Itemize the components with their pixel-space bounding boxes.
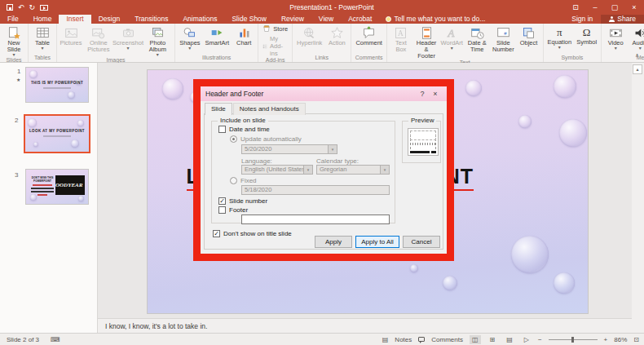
close-icon[interactable]: × bbox=[624, 0, 644, 15]
slide-thumbnail-3[interactable]: DON'T MISS THIS POWERPOINT OODYEAR bbox=[25, 169, 89, 205]
tab-review[interactable]: Review bbox=[274, 15, 311, 24]
start-slideshow-icon[interactable] bbox=[40, 5, 48, 11]
dialog-help-icon[interactable]: ? bbox=[416, 90, 429, 98]
thumbnail-2-subtitle bbox=[43, 135, 71, 137]
zoom-percentage[interactable]: 86% bbox=[614, 336, 627, 343]
audio-button[interactable]: Audio bbox=[628, 24, 644, 55]
ribbon-group-add-ins: Store My Add-ins Add-ins bbox=[258, 24, 293, 62]
pictures-button: Pictures bbox=[59, 24, 83, 57]
slideshow-view-icon[interactable]: ▷ bbox=[522, 335, 532, 344]
notes-text: I know, I know, it's a lot to take in. bbox=[105, 322, 207, 330]
save-icon[interactable] bbox=[7, 4, 13, 11]
zoom-in-icon[interactable]: + bbox=[604, 336, 608, 343]
footer-checkbox[interactable] bbox=[218, 206, 226, 214]
tab-transitions[interactable]: Transitions bbox=[127, 15, 175, 24]
fit-to-window-icon[interactable]: ⊡ bbox=[633, 336, 639, 343]
text-box-icon: A bbox=[394, 26, 408, 40]
tab-acrobat[interactable]: Acrobat bbox=[341, 15, 379, 24]
minimize-icon[interactable]: – bbox=[585, 0, 605, 15]
slide-thumbnail-1[interactable]: THIS IS MY POWERPOINT bbox=[25, 67, 89, 103]
keyboard-language-icon[interactable]: ⌨ bbox=[51, 336, 60, 343]
titlebar: ↶ ↻ Presentation1 - PowerPoint ⊡ – ▢ × bbox=[0, 0, 644, 15]
tab-file[interactable]: File bbox=[0, 15, 26, 24]
date-dropdown: 5/20/2020 ▾ bbox=[241, 144, 337, 154]
shapes-button[interactable]: Shapes bbox=[177, 24, 202, 55]
zoom-slider-handle[interactable] bbox=[571, 337, 574, 343]
date-and-time-label: Date and time bbox=[229, 126, 270, 133]
dialog-tab-notes-handouts[interactable]: Notes and Handouts bbox=[233, 103, 306, 115]
vertical-scrollbar[interactable]: ▴ bbox=[632, 63, 644, 333]
symbol-button[interactable]: Ω Symbol bbox=[574, 24, 599, 55]
slide-number-checkbox[interactable]: ✓ bbox=[218, 197, 226, 205]
smartart-button[interactable]: SmartArt bbox=[203, 24, 232, 55]
share-button[interactable]: Share bbox=[601, 15, 644, 24]
table-button[interactable]: Table bbox=[30, 24, 55, 55]
wordart-button: A WordArt bbox=[439, 24, 464, 60]
header-footer-button[interactable]: Header & Footer bbox=[413, 24, 439, 60]
dialog-close-icon[interactable]: × bbox=[429, 90, 442, 98]
slide-sorter-view-icon[interactable]: ⊞ bbox=[487, 335, 498, 344]
thumbnail-1-title: THIS IS MY POWERPOINT bbox=[26, 81, 88, 85]
tab-home[interactable]: Home bbox=[26, 15, 60, 24]
dialog-tab-slide[interactable]: Slide bbox=[205, 103, 232, 115]
tab-slide-show[interactable]: Slide Show bbox=[224, 15, 274, 24]
zoom-slider[interactable] bbox=[549, 339, 598, 340]
chart-button[interactable]: Chart bbox=[232, 24, 256, 55]
preview-label: Preview bbox=[408, 117, 436, 124]
calendar-type-dropdown: Gregorian ▾ bbox=[316, 165, 390, 175]
maximize-icon[interactable]: ▢ bbox=[605, 0, 624, 15]
sign-in-button[interactable]: Sign in bbox=[563, 15, 601, 24]
store-button[interactable]: Store bbox=[260, 24, 290, 33]
object-button[interactable]: Object bbox=[517, 24, 541, 60]
tab-design[interactable]: Design bbox=[91, 15, 127, 24]
online-pictures-button: Online Pictures bbox=[83, 24, 114, 57]
apply-button[interactable]: Apply bbox=[315, 236, 352, 248]
normal-view-icon[interactable]: ◫ bbox=[470, 335, 481, 344]
dont-show-title-slide-checkbox[interactable]: ✓ bbox=[213, 230, 220, 237]
reading-view-icon[interactable]: ▤ bbox=[504, 335, 515, 344]
pictures-icon bbox=[64, 26, 78, 40]
action-button: Action bbox=[324, 24, 349, 55]
notes-pane[interactable]: I know, I know, it's a lot to take in. bbox=[98, 318, 632, 333]
new-slide-button[interactable]: New Slide bbox=[2, 24, 26, 57]
transition-star-icon: ★ bbox=[16, 77, 20, 82]
collapse-ribbon-icon[interactable]: ∧ bbox=[635, 52, 639, 59]
my-add-ins-icon bbox=[262, 42, 267, 51]
dialog-titlebar: Header and Footer ? × bbox=[201, 86, 447, 101]
scroll-up-icon[interactable]: ▴ bbox=[633, 64, 642, 74]
video-button[interactable]: Video bbox=[603, 24, 628, 55]
slide-number-button[interactable]: # Slide Number bbox=[490, 24, 516, 60]
ribbon-group-illustrations: Shapes SmartArt Chart Illustrations bbox=[175, 24, 258, 62]
redo-icon[interactable]: ↻ bbox=[29, 4, 36, 11]
ribbon-group-symbols: π Equation Ω Symbol Symbols bbox=[544, 24, 602, 62]
undo-icon[interactable]: ↶ bbox=[18, 4, 24, 11]
slide-thumbnail-2-selected[interactable]: LOOK AT MY POWERPOINT bbox=[24, 114, 90, 153]
tell-me-box[interactable]: Tell me what you want to do... bbox=[379, 15, 492, 24]
notes-toggle[interactable]: Notes bbox=[395, 336, 412, 343]
fixed-label: Fixed bbox=[240, 177, 257, 184]
object-icon bbox=[522, 26, 536, 40]
date-time-button[interactable]: Date & Time bbox=[464, 24, 490, 60]
chart-icon bbox=[237, 26, 251, 40]
equation-icon: π bbox=[557, 26, 562, 39]
comments-toggle[interactable]: Comments bbox=[431, 336, 463, 343]
tab-view[interactable]: View bbox=[311, 15, 341, 24]
comment-button[interactable]: Comment bbox=[353, 24, 385, 55]
powerpoint-window: ↶ ↻ Presentation1 - PowerPoint ⊡ – ▢ × F… bbox=[0, 0, 644, 345]
cancel-button[interactable]: Cancel bbox=[403, 236, 440, 248]
share-label: Share bbox=[617, 15, 636, 24]
date-and-time-checkbox[interactable] bbox=[218, 126, 226, 133]
equation-button[interactable]: π Equation bbox=[545, 24, 575, 55]
photo-album-button[interactable]: Photo Album bbox=[142, 24, 173, 57]
tab-insert[interactable]: Insert bbox=[59, 15, 90, 24]
zoom-out-icon[interactable]: − bbox=[538, 336, 542, 343]
footer-text-field[interactable] bbox=[241, 215, 390, 224]
thumbnail-1-subtitle bbox=[43, 87, 70, 89]
shapes-icon bbox=[183, 26, 196, 40]
thumbnail-number: 1 bbox=[17, 68, 20, 75]
apply-to-all-button[interactable]: Apply to All bbox=[355, 236, 399, 248]
chevron-down-icon: ▾ bbox=[380, 166, 389, 174]
screenshot-icon bbox=[121, 26, 135, 40]
ribbon-display-options-icon[interactable]: ⊡ bbox=[566, 0, 585, 15]
tab-animations[interactable]: Animations bbox=[175, 15, 224, 24]
